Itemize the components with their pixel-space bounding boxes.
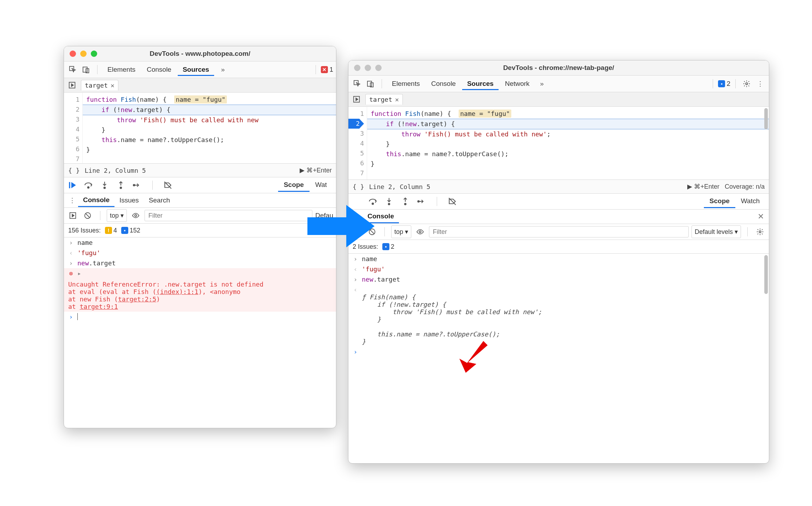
tab-elements[interactable]: Elements	[102, 64, 140, 76]
deactivate-breakpoints-icon[interactable]	[448, 197, 457, 206]
svg-point-26	[419, 231, 421, 233]
scrollbar[interactable]	[764, 255, 768, 294]
main-tabstrip: Elements Console Sources » ✕1	[64, 61, 336, 78]
settings-icon[interactable]	[741, 78, 753, 90]
filetab-label: target	[369, 96, 392, 103]
tab-elements[interactable]: Elements	[387, 78, 425, 90]
close-drawer-icon[interactable]: ✕	[758, 212, 764, 221]
tab-watch[interactable]: Watch	[735, 195, 765, 208]
tab-console[interactable]: Console	[78, 194, 114, 207]
resume-icon[interactable]	[67, 181, 77, 190]
warning-icon: !	[105, 227, 112, 234]
filetab-target[interactable]: target ✕	[365, 94, 403, 105]
step-out-icon[interactable]	[116, 181, 125, 190]
step-into-icon[interactable]	[384, 197, 394, 206]
pretty-print-icon[interactable]: { }	[353, 183, 364, 190]
line-gutter[interactable]: 1 2 3 4 5 6 7	[348, 107, 367, 180]
window-title: DevTools - chrome://new-tab-page/	[348, 64, 769, 72]
line-gutter[interactable]: 1 2 3 4 5 6 7	[64, 93, 83, 163]
run-hint[interactable]: ▶ ⌘+Enter	[687, 183, 719, 190]
error-icon: ⊗	[68, 270, 74, 277]
context-select[interactable]: top ▾	[107, 209, 127, 222]
tab-console[interactable]: Console	[426, 78, 461, 90]
console-result[interactable]: ‹ ƒ Fish(name) { if (!new.target) { thro…	[348, 284, 769, 347]
svg-point-16	[746, 83, 748, 85]
step-out-icon[interactable]	[401, 197, 410, 206]
navigator-toggle-icon[interactable]	[66, 79, 78, 91]
step-into-icon[interactable]	[100, 181, 109, 190]
step-icon[interactable]	[417, 197, 426, 206]
deactivate-breakpoints-icon[interactable]	[163, 181, 172, 190]
filetab-target[interactable]: target ✕	[81, 80, 118, 90]
cursor-pos: Line 2, Column 5	[85, 167, 146, 174]
output-icon: ‹	[353, 265, 358, 273]
error-count[interactable]: ✕1	[321, 66, 333, 73]
navigator-toggle-icon[interactable]	[351, 93, 363, 105]
eye-icon[interactable]	[130, 210, 142, 222]
eye-icon[interactable]	[414, 226, 426, 238]
console-input-echo: ›new.target	[64, 258, 336, 268]
filter-input[interactable]	[429, 226, 689, 237]
console-prompt[interactable]: ›	[348, 347, 769, 357]
code-lines[interactable]: function Fish(name) { name = "fugu" if (…	[367, 107, 769, 180]
tab-issues[interactable]: Issues	[114, 194, 144, 206]
more-tabs-icon[interactable]: »	[217, 64, 229, 76]
step-over-icon[interactable]	[84, 181, 93, 190]
devtools-window-left: DevTools - www.photopea.com/ Elements Co…	[64, 46, 336, 428]
tab-sources[interactable]: Sources	[462, 78, 499, 90]
levels-select[interactable]: Default levels ▾	[692, 225, 741, 238]
svg-point-21	[405, 203, 406, 205]
svg-marker-18	[356, 98, 358, 100]
console-messages: ›name ‹'fugu' ›new.target ⊗ ▸ Uncaught R…	[64, 237, 336, 322]
device-toggle-icon[interactable]	[80, 64, 92, 76]
svg-point-20	[388, 203, 390, 205]
tab-scope[interactable]: Scope	[704, 195, 735, 208]
scrollbar[interactable]	[764, 108, 768, 129]
filetab-label: target	[85, 82, 108, 89]
console-error[interactable]: ⊗ ▸ Uncaught ReferenceError: .new.target…	[64, 268, 336, 312]
filter-input[interactable]	[145, 210, 312, 221]
tab-network[interactable]: Network	[500, 78, 535, 90]
output-icon: ‹	[353, 286, 358, 293]
issues-summary: 156 Issues: !4 ▪152	[64, 224, 336, 237]
code-editor: 2 1 2 3 4 5 6 7 function Fish(name) { na…	[348, 107, 769, 180]
console-prompt[interactable]: ›	[64, 312, 336, 322]
device-toggle-icon[interactable]	[365, 78, 377, 90]
step-icon[interactable]	[133, 181, 142, 190]
kebab-icon[interactable]: ⋮	[754, 78, 766, 90]
input-icon: ›	[353, 276, 358, 283]
close-icon[interactable]: ✕	[111, 82, 114, 89]
clear-console-icon[interactable]	[82, 210, 94, 222]
editor-status: { } Line 2, Column 5 ▶ ⌘+Enter	[64, 163, 336, 177]
tab-search[interactable]: Search	[144, 194, 175, 206]
devtools-window-right: DevTools - chrome://new-tab-page/ Elemen…	[348, 60, 769, 464]
more-tabs-icon[interactable]: »	[536, 78, 548, 90]
pretty-print-icon[interactable]: { }	[68, 167, 80, 174]
debugger-controls: Scope Wat	[64, 177, 336, 193]
svg-point-22	[418, 201, 419, 202]
console-messages: ›name ‹'fugu' ›new.target ‹ ƒ Fish(name)…	[348, 254, 769, 357]
svg-rect-14	[367, 81, 372, 87]
console-sidebar-icon[interactable]	[67, 210, 79, 222]
tab-scope[interactable]: Scope	[278, 179, 310, 192]
code-lines[interactable]: function Fish(name) { name = "fugu" if (…	[83, 93, 336, 163]
close-icon[interactable]: ✕	[395, 96, 399, 103]
tab-console[interactable]: Console	[142, 64, 176, 76]
drawer-menu-icon[interactable]: ⋮	[66, 194, 78, 206]
input-icon: ›	[68, 259, 74, 267]
inspect-icon[interactable]	[351, 78, 363, 90]
tab-sources[interactable]: Sources	[178, 64, 214, 76]
message-icon: ▪	[382, 243, 389, 250]
issues-label[interactable]: 156 Issues:	[68, 227, 101, 234]
run-hint[interactable]: ▶ ⌘+Enter	[300, 166, 332, 174]
drawer-tabstrip: ⋮ Console ✕	[348, 210, 769, 224]
inspect-icon[interactable]	[67, 64, 79, 76]
tab-watch[interactable]: Wat	[310, 179, 333, 192]
settings-icon[interactable]	[754, 226, 766, 238]
message-count[interactable]: ▪2	[718, 80, 730, 88]
context-select[interactable]: top ▾	[391, 225, 411, 238]
console-input-echo: ›name	[64, 237, 336, 248]
console-input-echo: ›name	[348, 254, 769, 264]
console-result: ‹'fugu'	[64, 248, 336, 258]
filetabs: target ✕	[348, 92, 769, 107]
